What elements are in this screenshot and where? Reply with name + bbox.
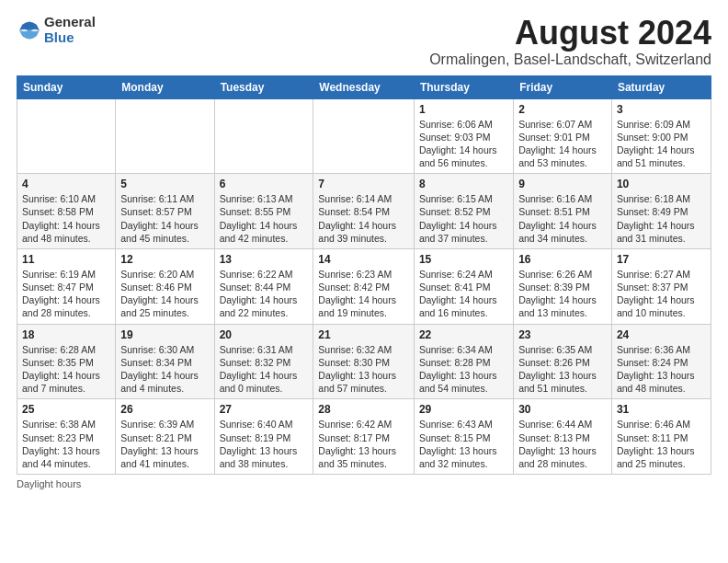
day-number: 21 [318, 328, 409, 341]
day-info: Sunrise: 6:22 AM Sunset: 8:44 PM Dayligh… [220, 269, 298, 319]
day-info: Sunrise: 6:16 AM Sunset: 8:51 PM Dayligh… [518, 193, 597, 244]
calendar-cell: 11Sunrise: 6:19 AM Sunset: 8:47 PM Dayli… [17, 248, 116, 324]
day-number: 5 [120, 178, 209, 190]
day-number: 25 [22, 403, 110, 416]
day-number: 27 [220, 403, 309, 416]
day-number: 15 [419, 253, 508, 266]
header-day-sunday: Sunday [17, 75, 116, 98]
calendar-cell: 15Sunrise: 6:24 AM Sunset: 8:41 PM Dayli… [414, 248, 513, 324]
day-info: Sunrise: 6:34 AM Sunset: 8:28 PM Dayligh… [419, 344, 497, 395]
calendar-cell: 16Sunrise: 6:26 AM Sunset: 8:39 PM Dayli… [514, 248, 612, 324]
calendar-cell: 9Sunrise: 6:16 AM Sunset: 8:51 PM Daylig… [514, 174, 612, 249]
day-number: 24 [617, 328, 706, 341]
day-number: 6 [220, 178, 309, 190]
day-info: Sunrise: 6:13 AM Sunset: 8:55 PM Dayligh… [220, 193, 298, 244]
calendar-cell: 1Sunrise: 6:06 AM Sunset: 9:03 PM Daylig… [414, 98, 513, 174]
day-info: Sunrise: 6:06 AM Sunset: 9:03 PM Dayligh… [419, 119, 497, 169]
week-row-3: 11Sunrise: 6:19 AM Sunset: 8:47 PM Dayli… [17, 248, 711, 324]
day-number: 8 [419, 178, 508, 190]
header-day-friday: Friday [514, 75, 612, 98]
header-day-monday: Monday [116, 75, 214, 98]
logo-general: General [44, 15, 96, 30]
day-info: Sunrise: 6:31 AM Sunset: 8:32 PM Dayligh… [220, 344, 298, 395]
calendar-cell: 5Sunrise: 6:11 AM Sunset: 8:57 PM Daylig… [116, 174, 214, 249]
page: General Blue August 2024 Ormalingen, Bas… [0, 0, 728, 499]
day-number: 3 [617, 103, 706, 116]
day-info: Sunrise: 6:26 AM Sunset: 8:39 PM Dayligh… [518, 269, 597, 319]
day-info: Sunrise: 6:44 AM Sunset: 8:13 PM Dayligh… [518, 419, 597, 469]
header-row: SundayMondayTuesdayWednesdayThursdayFrid… [17, 75, 711, 98]
logo-blue: Blue [44, 30, 96, 46]
day-info: Sunrise: 6:14 AM Sunset: 8:54 PM Dayligh… [318, 193, 396, 244]
day-number: 12 [120, 253, 209, 266]
calendar-cell: 29Sunrise: 6:43 AM Sunset: 8:15 PM Dayli… [414, 399, 513, 475]
day-number: 11 [22, 253, 110, 266]
day-info: Sunrise: 6:36 AM Sunset: 8:24 PM Dayligh… [617, 344, 695, 395]
week-row-4: 18Sunrise: 6:28 AM Sunset: 8:35 PM Dayli… [17, 324, 711, 399]
calendar-cell: 27Sunrise: 6:40 AM Sunset: 8:19 PM Dayli… [214, 399, 313, 475]
calendar-cell: 3Sunrise: 6:09 AM Sunset: 9:00 PM Daylig… [611, 98, 711, 174]
header-day-thursday: Thursday [414, 75, 513, 98]
footer-text: Daylight hours [17, 478, 81, 489]
day-number: 14 [318, 253, 409, 266]
calendar-cell: 17Sunrise: 6:27 AM Sunset: 8:37 PM Dayli… [611, 248, 711, 324]
calendar-cell: 22Sunrise: 6:34 AM Sunset: 8:28 PM Dayli… [414, 324, 513, 399]
calendar-cell: 21Sunrise: 6:32 AM Sunset: 8:30 PM Dayli… [313, 324, 415, 399]
calendar-header: SundayMondayTuesdayWednesdayThursdayFrid… [17, 75, 711, 98]
calendar-cell [17, 98, 116, 174]
day-number: 10 [617, 178, 706, 190]
day-info: Sunrise: 6:27 AM Sunset: 8:37 PM Dayligh… [617, 269, 695, 319]
footer-note: Daylight hours [17, 478, 711, 489]
day-number: 9 [518, 178, 607, 190]
day-info: Sunrise: 6:28 AM Sunset: 8:35 PM Dayligh… [22, 344, 100, 395]
subtitle: Ormalingen, Basel-Landschaft, Switzerlan… [429, 52, 711, 68]
calendar-cell [313, 98, 415, 174]
calendar-table: SundayMondayTuesdayWednesdayThursdayFrid… [17, 75, 711, 475]
week-row-1: 1Sunrise: 6:06 AM Sunset: 9:03 PM Daylig… [17, 98, 711, 174]
calendar-cell: 28Sunrise: 6:42 AM Sunset: 8:17 PM Dayli… [313, 399, 415, 475]
logo-text: General Blue [44, 15, 96, 45]
calendar-cell: 23Sunrise: 6:35 AM Sunset: 8:26 PM Dayli… [514, 324, 612, 399]
day-info: Sunrise: 6:07 AM Sunset: 9:01 PM Dayligh… [518, 119, 597, 169]
day-number: 2 [518, 103, 607, 116]
day-number: 7 [318, 178, 409, 190]
day-number: 26 [120, 403, 209, 416]
day-info: Sunrise: 6:09 AM Sunset: 9:00 PM Dayligh… [617, 119, 695, 169]
day-number: 20 [220, 328, 309, 341]
logo-icon [17, 17, 42, 43]
day-info: Sunrise: 6:24 AM Sunset: 8:41 PM Dayligh… [419, 269, 497, 319]
calendar-body: 1Sunrise: 6:06 AM Sunset: 9:03 PM Daylig… [17, 98, 711, 474]
day-info: Sunrise: 6:15 AM Sunset: 8:52 PM Dayligh… [419, 193, 497, 244]
calendar-cell: 26Sunrise: 6:39 AM Sunset: 8:21 PM Dayli… [116, 399, 214, 475]
header: General Blue August 2024 Ormalingen, Bas… [17, 15, 711, 68]
day-number: 30 [518, 403, 607, 416]
calendar-cell: 8Sunrise: 6:15 AM Sunset: 8:52 PM Daylig… [414, 174, 513, 249]
calendar-cell: 30Sunrise: 6:44 AM Sunset: 8:13 PM Dayli… [514, 399, 612, 475]
day-info: Sunrise: 6:30 AM Sunset: 8:34 PM Dayligh… [120, 344, 199, 395]
day-info: Sunrise: 6:43 AM Sunset: 8:15 PM Dayligh… [419, 419, 497, 469]
calendar-cell: 7Sunrise: 6:14 AM Sunset: 8:54 PM Daylig… [313, 174, 415, 249]
day-number: 4 [22, 178, 110, 190]
day-info: Sunrise: 6:20 AM Sunset: 8:46 PM Dayligh… [120, 269, 199, 319]
day-info: Sunrise: 6:39 AM Sunset: 8:21 PM Dayligh… [120, 419, 199, 469]
header-day-wednesday: Wednesday [313, 75, 415, 98]
day-info: Sunrise: 6:32 AM Sunset: 8:30 PM Dayligh… [318, 344, 396, 395]
calendar-cell: 14Sunrise: 6:23 AM Sunset: 8:42 PM Dayli… [313, 248, 415, 324]
calendar-cell: 20Sunrise: 6:31 AM Sunset: 8:32 PM Dayli… [214, 324, 313, 399]
day-number: 19 [120, 328, 209, 341]
day-info: Sunrise: 6:19 AM Sunset: 8:47 PM Dayligh… [22, 269, 100, 319]
day-info: Sunrise: 6:18 AM Sunset: 8:49 PM Dayligh… [617, 193, 695, 244]
calendar-cell: 25Sunrise: 6:38 AM Sunset: 8:23 PM Dayli… [17, 399, 116, 475]
calendar-cell: 2Sunrise: 6:07 AM Sunset: 9:01 PM Daylig… [514, 98, 612, 174]
calendar-cell [116, 98, 214, 174]
day-info: Sunrise: 6:46 AM Sunset: 8:11 PM Dayligh… [617, 419, 695, 469]
day-number: 13 [220, 253, 309, 266]
calendar-cell: 24Sunrise: 6:36 AM Sunset: 8:24 PM Dayli… [611, 324, 711, 399]
calendar-cell: 10Sunrise: 6:18 AM Sunset: 8:49 PM Dayli… [611, 174, 711, 249]
day-info: Sunrise: 6:38 AM Sunset: 8:23 PM Dayligh… [22, 419, 100, 469]
calendar-cell: 18Sunrise: 6:28 AM Sunset: 8:35 PM Dayli… [17, 324, 116, 399]
calendar-cell: 19Sunrise: 6:30 AM Sunset: 8:34 PM Dayli… [116, 324, 214, 399]
day-info: Sunrise: 6:23 AM Sunset: 8:42 PM Dayligh… [318, 269, 396, 319]
day-number: 29 [419, 403, 508, 416]
calendar-cell: 6Sunrise: 6:13 AM Sunset: 8:55 PM Daylig… [214, 174, 313, 249]
